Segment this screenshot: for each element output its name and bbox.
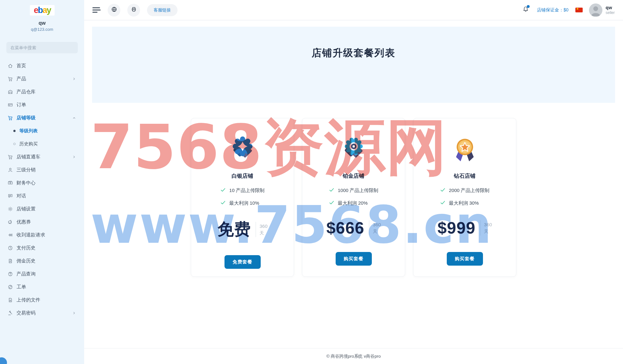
sidebar-item[interactable]: 支付历史 xyxy=(0,242,84,255)
rewind-icon xyxy=(8,232,13,238)
sidebar-item[interactable]: 财务中心 xyxy=(0,176,84,189)
sidebar-item-label: 交易密码 xyxy=(17,310,36,316)
sidebar-item[interactable]: 店铺等级 xyxy=(0,111,84,124)
topbar-user[interactable]: qw seller xyxy=(606,5,615,15)
chevron-up-icon xyxy=(72,116,76,120)
check-icon xyxy=(440,187,445,194)
plan-duration-value: 360 xyxy=(484,221,492,228)
sidebar-item-label: 店铺直通车 xyxy=(17,154,40,160)
cn-flag-icon[interactable]: ★ xyxy=(575,8,583,12)
chevron-right-icon xyxy=(72,155,76,159)
menu-search-input[interactable] xyxy=(6,42,78,53)
sidebar-item[interactable]: 订单 xyxy=(0,98,84,111)
plan-feature: 10 产品上传限制 xyxy=(220,184,265,197)
plan-price-row: 免费360天 xyxy=(217,218,267,241)
sidebar-menu: 首页产品产品仓库订单店铺等级等级列表历史购买店铺直通车三级分销财务中心对话店铺设… xyxy=(0,59,84,320)
cart-icon xyxy=(8,76,13,82)
check-icon xyxy=(440,200,445,206)
sidebar-item[interactable]: 店铺设置 xyxy=(0,202,84,215)
avatar[interactable] xyxy=(589,3,602,17)
notifications-button[interactable] xyxy=(522,6,529,14)
sidebar-item-label: 店铺设置 xyxy=(17,206,36,212)
price-divider xyxy=(256,222,256,237)
topbar: 客服链接 店铺保证金：$0 ★ qw seller xyxy=(84,0,623,20)
main-content: 店铺升级套餐列表 白银店铺10 产品上传限制最大利润 10%免费360天免费套餐… xyxy=(84,20,623,364)
sidebar-item[interactable]: 上传的文件 xyxy=(0,294,84,307)
sidebar-item[interactable]: 产品查询 xyxy=(0,268,84,281)
question-icon xyxy=(8,271,13,277)
cart-icon xyxy=(8,115,13,121)
topbar-user-role: seller xyxy=(606,10,615,15)
topbar-right: 店铺保证金：$0 ★ qw seller xyxy=(522,3,615,17)
sidebar-item[interactable]: 三级分销 xyxy=(0,163,84,176)
sidebar-item[interactable]: 对话 xyxy=(0,189,84,202)
cart-icon xyxy=(8,154,13,160)
plan-duration: 360天 xyxy=(484,221,492,235)
plan-card: 铂金店铺1000 产品上传限制最大利润 20%$666360天购买套餐 xyxy=(302,118,405,277)
sidebar-item-label: 三级分销 xyxy=(17,167,36,173)
sidebar-item-label: 对话 xyxy=(17,193,26,199)
plan-feature-label: 最大利润 20% xyxy=(338,200,368,206)
sidebar-subitem-label: 历史购买 xyxy=(19,141,38,147)
plan-features: 10 产品上传限制最大利润 10% xyxy=(220,184,265,209)
plan-name: 钻石店铺 xyxy=(454,172,476,180)
sidebar-username: qw xyxy=(0,20,84,26)
menu-toggle-icon[interactable] xyxy=(92,6,101,14)
sidebar-user-email: q@123.com xyxy=(0,27,84,32)
plan-feature: 最大利润 30% xyxy=(440,197,490,209)
plan-buy-button[interactable]: 购买套餐 xyxy=(447,252,483,266)
plan-card: 白银店铺10 产品上传限制最大利润 10%免费360天免费套餐 xyxy=(191,118,294,277)
logo-letter: e xyxy=(34,6,38,15)
globe-button[interactable] xyxy=(108,4,120,17)
support-link-button[interactable]: 客服链接 xyxy=(147,4,178,16)
sidebar-item[interactable]: 优惠券 xyxy=(0,215,84,228)
silver-badge xyxy=(227,133,258,165)
printer-icon xyxy=(131,6,137,14)
plan-duration-value: 360 xyxy=(259,223,267,230)
check-icon xyxy=(329,200,334,206)
clock-icon xyxy=(8,245,13,251)
plan-duration-unit: 天 xyxy=(484,228,492,235)
sidebar-item-label: 订单 xyxy=(17,102,26,108)
ebay-logo[interactable]: ebay xyxy=(30,5,55,16)
plan-price: $999 xyxy=(438,218,476,237)
sidebar-item[interactable]: 佣金历史 xyxy=(0,255,84,268)
avatar-silhouette-icon xyxy=(589,3,602,17)
sidebar-subitem[interactable]: 历史购买 xyxy=(0,137,84,150)
plan-feature-label: 1000 产品上传限制 xyxy=(338,188,378,194)
check-icon xyxy=(220,200,226,206)
plan-feature: 最大利润 10% xyxy=(220,197,265,209)
diamond-badge xyxy=(450,133,480,165)
sidebar-item[interactable]: 首页 xyxy=(0,59,84,72)
plan-duration-unit: 天 xyxy=(373,228,381,235)
plan-feature-label: 2000 产品上传限制 xyxy=(449,188,490,194)
sidebar-item[interactable]: 产品仓库 xyxy=(0,85,84,98)
plan-buy-button[interactable]: 免费套餐 xyxy=(224,255,261,269)
sidebar-item-label: 上传的文件 xyxy=(17,297,40,303)
printer-button[interactable] xyxy=(127,4,140,17)
sidebar-item[interactable]: 产品 xyxy=(0,72,84,85)
plan-buy-button[interactable]: 购买套餐 xyxy=(336,252,372,266)
plan-list: 白银店铺10 产品上传限制最大利润 10%免费360天免费套餐铂金店铺1000 … xyxy=(191,118,516,277)
sidebar: ebay qw q@123.com 首页产品产品仓库订单店铺等级等级列表历史购买… xyxy=(0,0,84,364)
logo-letter: y xyxy=(47,6,51,15)
sidebar-item-label: 产品 xyxy=(17,76,26,82)
price-divider xyxy=(369,220,369,235)
sidebar-item[interactable]: 店铺直通车 xyxy=(0,150,84,163)
plan-duration-value: 360 xyxy=(373,221,381,228)
notification-dot xyxy=(527,5,530,8)
platinum-badge xyxy=(338,133,369,165)
shop-deposit-link[interactable]: 店铺保证金：$0 xyxy=(537,7,569,13)
sidebar-item[interactable]: 收到退款请求 xyxy=(0,228,84,242)
sidebar-subitem-label: 等级列表 xyxy=(19,128,38,134)
plan-price-row: $999360天 xyxy=(438,218,492,237)
hero-panel: 店铺升级套餐列表 xyxy=(92,27,615,103)
plan-feature: 最大利润 20% xyxy=(329,197,378,209)
sidebar-subitem[interactable]: 等级列表 xyxy=(0,124,84,137)
sidebar-item-label: 财务中心 xyxy=(17,180,36,186)
sidebar-item[interactable]: 交易密码 xyxy=(0,307,84,320)
gavel-icon xyxy=(8,310,13,316)
sidebar-item[interactable]: 工单 xyxy=(0,281,84,294)
topbar-user-name: qw xyxy=(606,5,615,10)
warehouse-icon xyxy=(8,89,13,95)
